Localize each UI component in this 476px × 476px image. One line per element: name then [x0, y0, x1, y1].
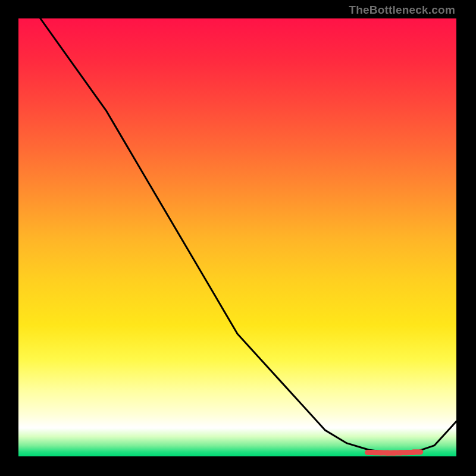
watermark-text: TheBottleneck.com	[349, 4, 455, 17]
series-markers	[367, 452, 420, 453]
chart-overlay	[18, 18, 456, 456]
series-line	[40, 18, 456, 453]
plot-area	[18, 18, 456, 456]
chart-frame: TheBottleneck.com	[0, 0, 476, 476]
